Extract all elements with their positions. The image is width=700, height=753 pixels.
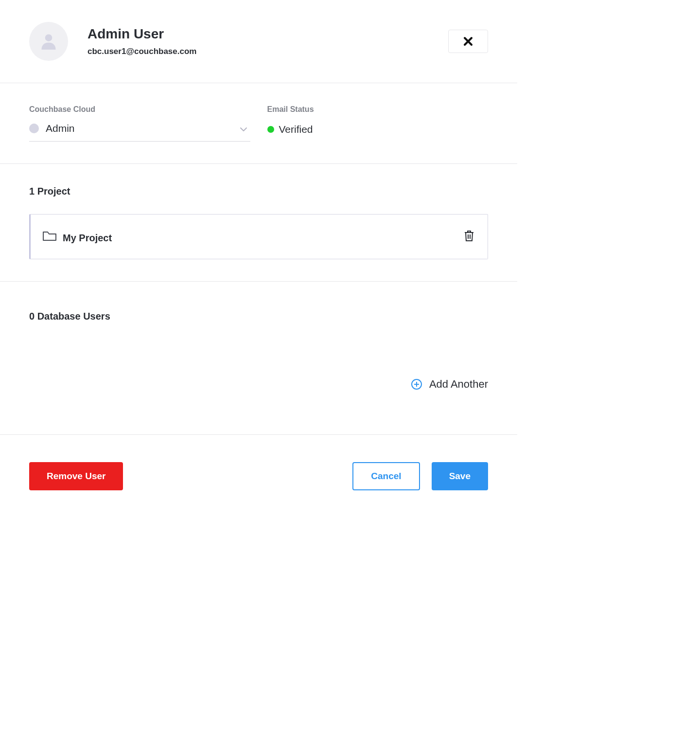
cloud-role-value: Admin	[46, 123, 75, 134]
user-email: cbc.user1@couchbase.com	[88, 47, 196, 56]
role-status-row: Couchbase Cloud Admin Email Status Verif…	[0, 83, 517, 163]
email-status-label: Email Status	[267, 105, 489, 114]
save-button[interactable]: Save	[432, 462, 488, 490]
delete-project-button[interactable]	[462, 228, 476, 245]
trash-icon	[464, 230, 474, 242]
avatar	[29, 22, 68, 61]
add-another-label: Add Another	[429, 378, 488, 391]
email-status-row: Verified	[267, 123, 489, 135]
cloud-role-select[interactable]: Admin	[29, 123, 250, 142]
user-meta: Admin User cbc.user1@couchbase.com	[88, 26, 196, 56]
svg-point-0	[45, 34, 52, 41]
project-name: My Project	[63, 233, 112, 244]
project-card[interactable]: My Project	[29, 214, 488, 259]
email-status-value: Verified	[279, 124, 313, 135]
projects-section: 1 Project My Project	[0, 164, 517, 281]
email-status-field: Email Status Verified	[267, 105, 489, 142]
status-dot-icon	[267, 126, 274, 133]
project-left: My Project	[42, 230, 112, 244]
close-button[interactable]	[448, 30, 488, 53]
footer-actions: Remove User Cancel Save	[0, 435, 517, 518]
remove-user-button[interactable]: Remove User	[29, 462, 123, 490]
footer-right: Cancel Save	[352, 462, 488, 490]
user-block: Admin User cbc.user1@couchbase.com	[29, 22, 196, 61]
db-users-section: 0 Database Users Add Another	[0, 282, 517, 434]
cloud-role-label: Couchbase Cloud	[29, 105, 250, 114]
cloud-role-field: Couchbase Cloud Admin	[29, 105, 250, 142]
role-dot-icon	[29, 124, 39, 133]
cancel-button[interactable]: Cancel	[352, 462, 420, 490]
close-icon	[463, 36, 473, 46]
user-icon	[41, 33, 56, 50]
chevron-down-icon	[240, 126, 247, 134]
folder-icon	[42, 230, 57, 244]
plus-circle-icon	[411, 378, 422, 390]
user-name: Admin User	[88, 26, 196, 42]
add-another-button[interactable]: Add Another	[411, 378, 488, 391]
db-users-heading: 0 Database Users	[29, 311, 488, 322]
projects-heading: 1 Project	[29, 186, 488, 197]
user-header: Admin User cbc.user1@couchbase.com	[0, 0, 517, 83]
